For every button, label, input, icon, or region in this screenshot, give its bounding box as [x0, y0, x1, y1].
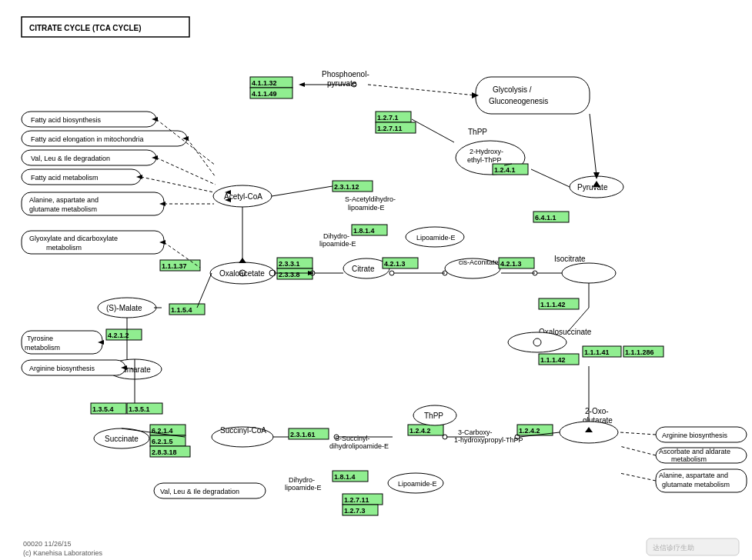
enzyme-1-2-4-2a[interactable]: 1.2.4.2: [409, 427, 431, 435]
main-container: CITRATE CYCLE (TCA CYCLE) Glycolysis / G…: [0, 0, 752, 560]
ssuccinyl-label2: dihydrolipoamide-E: [329, 442, 389, 450]
fatty-acid-metabolism-label: Fatty acid metabolism: [31, 174, 99, 182]
enzyme-2-3-1-61[interactable]: 2.3.1.61: [290, 431, 316, 438]
alanine-asp-top-label1: Alanine, aspartate and: [29, 196, 99, 204]
enzyme-2-8-3-18[interactable]: 2.8.3.18: [152, 448, 177, 456]
enzyme-1-8-1-4[interactable]: 1.8.1.4: [353, 227, 375, 235]
enzyme-4-2-1-3b[interactable]: 4.2.1.3: [500, 260, 522, 268]
enzyme-1-1-1-42b[interactable]: 1.1.1.42: [540, 356, 566, 364]
elongation-to-acetylcoa: [187, 138, 216, 177]
ascorbate-dashed: [620, 446, 656, 455]
fatty-acid-elongation-label: Fatty acid elongation in mitochondria: [31, 135, 144, 143]
enzyme-to-hydroxy-line: [412, 119, 454, 142]
glycolysis-pyruvate-line: [590, 114, 597, 176]
enzyme-1-8-1-4b[interactable]: 1.8.1.4: [334, 473, 356, 481]
enzyme-4-1-1-49[interactable]: 4.1.1.49: [252, 90, 277, 98]
enzyme-2-3-3-1[interactable]: 2.3.3.1: [279, 260, 300, 268]
isocitrate-ellipse: [562, 263, 616, 283]
enzyme-4-1-1-32[interactable]: 4.1.1.32: [252, 79, 277, 87]
enzyme-6-2-1-5[interactable]: 6.2.1.5: [152, 438, 173, 445]
glycolysis-label2: Gluconeogenesis: [489, 97, 548, 105]
enzyme-1-1-1-41[interactable]: 1.1.1.41: [584, 348, 610, 356]
enzyme-4-2-1-2[interactable]: 4.2.1.2: [108, 332, 129, 339]
footer-org: (c) Kanehisa Laboratories: [23, 549, 103, 557]
glycolysis-box: [476, 77, 590, 114]
alanine-asp-top-label2: glutamate metabolism: [29, 205, 97, 213]
ssuccinyl-label1: S-Succinyl-: [335, 435, 370, 442]
glyoxylate-label1: Glyoxylate and dicarboxylate: [29, 235, 118, 242]
sacetyl-label2: lipoamide-E: [348, 204, 385, 212]
succinate-label: Succinate: [105, 435, 139, 443]
alanine-bottom-right-label1: Alanine, aspartate and: [659, 472, 728, 479]
oxalosuccinate-ellipse: [508, 332, 567, 352]
tca-cycle-diagram: CITRATE CYCLE (TCA CYCLE) Glycolysis / G…: [0, 0, 752, 560]
val-to-acetylcoa: [156, 158, 216, 185]
pep-label1: Phosphoenol-: [322, 70, 369, 78]
dihydrolipo-label1: Dihydro-: [323, 232, 349, 240]
acetylcoa-to-enzyme-line: [272, 186, 333, 196]
val-leu-ile-deg-top-label: Val, Leu & Ile degradation: [31, 155, 110, 162]
enzyme-2-3-3-8[interactable]: 2.3.3.8: [279, 271, 300, 278]
enzyme-1-1-5-4[interactable]: 1.1.5.4: [171, 306, 192, 314]
tyrosine-label2: metabolism: [25, 344, 60, 352]
ascorbate-label1: Ascorbate and aldarate: [659, 448, 730, 455]
fatty-acid-biosynthesis-label: Fatty acid biosynthesis: [31, 116, 102, 124]
citrate-label: Citrate: [352, 265, 375, 273]
s-malate-label: (S)-Malate: [106, 304, 142, 312]
carboxy-label1: 3-Carboxy-: [458, 428, 493, 436]
hydroxyethyl-label1: 2-Hydroxy-: [470, 148, 503, 155]
dihydrolipo-bottom-label2: lipoamide-E: [285, 484, 322, 492]
succinyl-coa-label1: Succinyl-CoA: [220, 426, 266, 435]
enzyme-1-2-7-3[interactable]: 1.2.7.3: [344, 507, 366, 515]
enzyme-1-2-7-11[interactable]: 1.2.7.11: [377, 125, 403, 132]
glycolysis-label1: Glycolysis /: [493, 85, 532, 94]
dihydrolipo-bottom-label1: Dihydro-: [289, 476, 315, 484]
v-down-oxa: [239, 258, 246, 263]
citrate-node2: [389, 271, 394, 275]
footer-code: 00020 11/26/15: [23, 540, 72, 548]
enzyme-6-4-1-1[interactable]: 6.4.1.1: [535, 214, 556, 222]
isocitrate-label: Isocitrate: [554, 255, 586, 263]
enzyme-1-2-4-2b[interactable]: 1.2.4.2: [519, 427, 540, 435]
arginine-right-label: Arginine biosynthesis: [662, 432, 728, 439]
enzyme-1-1-1-37[interactable]: 1.1.1.37: [162, 262, 187, 270]
pep-glycolysis-dashed: [368, 85, 476, 95]
enzyme-6-2-1-4[interactable]: 6.2.1.4: [152, 427, 173, 435]
enzyme-2-3-1-12[interactable]: 2.3.1.12: [334, 183, 359, 191]
thpp-bottom-label: ThPP: [424, 412, 443, 420]
enzyme-1-1-1-42a[interactable]: 1.1.1.42: [540, 301, 566, 308]
lipoamide-e-bottom-label: Lipoamide-E: [398, 480, 437, 488]
enzyme-1-3-5-1[interactable]: 1.3.5.1: [129, 405, 150, 413]
thpp-label-top: ThPP: [468, 128, 487, 136]
title-text: CITRATE CYCLE (TCA CYCLE): [29, 24, 142, 32]
ascorbate-label2: metabolism: [671, 455, 707, 463]
enzyme-1-3-5-4[interactable]: 1.3.5.4: [92, 405, 114, 413]
enzyme-1-1-1-286[interactable]: 1.1.1.286: [625, 348, 654, 356]
glyoxylate-label2: metabolism: [46, 244, 82, 252]
cis-aconitate-label1: cis-Aconitate: [459, 258, 499, 266]
val-leu-deg-bottom-label: Val, Leu & Ile degradation: [160, 488, 239, 495]
arginine-left-label: Arginine biosynthesis: [29, 365, 95, 372]
enzyme-1-2-7-11b[interactable]: 1.2.7.11: [344, 496, 369, 504]
dihydrolipo-label2: lipoamide-E: [319, 240, 356, 248]
watermark-text: 达信诊疗生助: [653, 544, 694, 552]
lipoamide-e-label: Lipoamide-E: [416, 234, 456, 242]
sacetyl-label1: S-Acetyldihydro-: [345, 195, 396, 203]
hydroxyethyl-label2: ethyl-ThPP: [467, 156, 502, 164]
alanine-bottom-right-label2: glutamate metabolism: [662, 481, 730, 488]
enzyme-oxa-line: [197, 273, 212, 308]
pyruvate-hydroxy-line: [531, 169, 570, 187]
pyruvate-label: Pyruvate: [577, 183, 608, 192]
enzyme-1-2-4-1[interactable]: 1.2.4.1: [494, 166, 516, 174]
diagram-area: CITRATE CYCLE (TCA CYCLE) Glycolysis / G…: [0, 0, 752, 560]
enzyme-1-2-7-1[interactable]: 1.2.7.1: [377, 114, 399, 122]
alanine-right-dashed: [620, 473, 656, 481]
arginine-right-dashed: [620, 432, 656, 435]
enzyme-4-2-1-3a[interactable]: 4.2.1.3: [384, 260, 406, 268]
tyrosine-label1: Tyrosine: [27, 335, 53, 342]
